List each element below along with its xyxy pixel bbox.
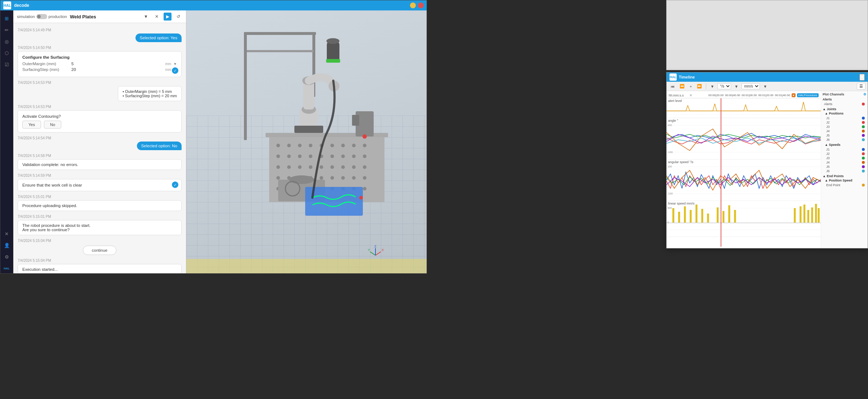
svg-point-31 [352, 165, 356, 169]
sidebar-icon-edit[interactable]: ✏ [2, 25, 12, 35]
tl-group-alerts: Alerts Alerts [823, 98, 866, 106]
svg-marker-97 [701, 209, 703, 223]
svg-point-17 [298, 154, 302, 158]
viewport-3d: X Y Z [186, 10, 427, 273]
tl-speed-down[interactable]: ▼ [708, 84, 716, 89]
reset-button[interactable]: ↺ [174, 13, 182, 21]
timestamp-1: 7/4/2024 5:14:49 PM [18, 28, 182, 32]
angle-label: angle ° [668, 119, 678, 122]
svg-point-20 [330, 154, 334, 158]
timeline-sidebar: Plot Channels ⚙ Alerts Alerts ▲ Joints ▲… [821, 91, 868, 248]
chat-messages[interactable]: 7/4/2024 5:14:49 PM Selected option: Yes… [13, 23, 186, 273]
no-button[interactable]: No [44, 121, 61, 129]
svg-marker-92 [672, 208, 674, 223]
surfacing-step-unit: mm [165, 68, 171, 72]
tl-unit-toggle[interactable]: ▼ [761, 84, 769, 89]
svg-text:Y: Y [368, 248, 370, 252]
svg-point-58 [326, 38, 339, 44]
svg-marker-107 [811, 207, 813, 223]
timeline-title: Timeline [679, 75, 857, 79]
sidebar-settings-icon[interactable]: ⚙ [863, 93, 866, 96]
svg-marker-101 [728, 205, 730, 223]
sidebar-icon-settings[interactable]: ⚙ [2, 252, 12, 262]
svg-text:-100: -100 [667, 192, 673, 195]
simulation-label: simulation [17, 14, 35, 19]
timestamp-5: 7/4/2024 5:14:54 PM [18, 136, 182, 140]
sidebar-icon-close[interactable]: ✕ [2, 229, 12, 239]
outer-margin-row: OuterMargin (mm) 5 mm ▼ [22, 62, 177, 66]
program-title: Weld Plates [70, 14, 139, 19]
joints-speeds: ▲ Speeds J1 J2 J3 J4 [823, 143, 866, 173]
sim-prod-toggle[interactable]: simulation production [17, 14, 67, 19]
top-right-panel [666, 0, 868, 70]
joints-positions: ▲ Positions J1 J2 J3 J4 [823, 112, 866, 142]
sidebar-icon-target[interactable]: ◎ [2, 36, 12, 46]
svg-point-40 [352, 176, 356, 180]
tl-speed-select[interactable]: °/s [717, 83, 731, 89]
chart-scroll[interactable]: alert level angle ° [667, 98, 821, 247]
tl-unit-select[interactable]: mm/s [742, 83, 760, 89]
minimize-button[interactable] [410, 3, 416, 8]
linear-speed-section: linear speed mm/s [667, 201, 821, 237]
yes-button[interactable]: Yes [22, 121, 41, 129]
timeline-hal-logo: HAL [669, 73, 677, 81]
tl-menu-button[interactable]: ☰ [857, 83, 865, 90]
close-button[interactable] [418, 3, 424, 8]
timeline-content: hh:mm:s.s 0 00:00|20.00 00:00|40.00 00:0… [667, 91, 868, 248]
close-x-button[interactable]: ✕ [153, 13, 161, 21]
sidebar-icon-grid[interactable]: ⊞ [2, 13, 12, 23]
message-selected-yes: Selected option: Yes [135, 33, 182, 42]
activate-contouring-card: Activate Contouring? Yes No [18, 110, 182, 133]
configure-surfacing-card: Configure the Surfacing OuterMargin (mm)… [18, 51, 182, 77]
toggle-pill[interactable] [36, 14, 47, 19]
alert-label: alert level [668, 99, 682, 103]
tl-add-button[interactable]: + [688, 84, 694, 89]
svg-text:100: 100 [667, 124, 672, 127]
sidebar-icon-check[interactable]: ☑ [2, 59, 12, 70]
continue-button[interactable]: continue [83, 246, 116, 255]
endpoint-dot [862, 184, 865, 187]
tl-rewind-button[interactable]: ⏮ [669, 84, 676, 89]
timeline-cursor [721, 98, 721, 247]
sidebar-icon-hex[interactable]: ⬡ [2, 48, 12, 58]
j1-dot [862, 117, 865, 120]
title-bar: HAL decode [0, 0, 427, 10]
j5-spd-dot [862, 165, 865, 168]
yes-no-row: Yes No [22, 121, 177, 129]
svg-marker-94 [684, 206, 686, 223]
time-m4: 00:01|20.00 [758, 94, 773, 97]
svg-point-37 [320, 176, 323, 180]
outer-margin-dropdown[interactable]: ▼ [173, 62, 177, 66]
joints-group-title: ▲ Joints [823, 107, 866, 111]
outer-margin-value: 5 [71, 62, 163, 66]
about-to-start-message: The robot procedure is about to start.Ar… [18, 220, 182, 235]
window-controls [410, 3, 424, 8]
svg-point-33 [276, 176, 280, 180]
timeline-window: HAL Timeline ✕ ⏮ ⏪ + ⏩ ▼ °/s ▼ mm/s ▼ ☰ … [666, 72, 868, 248]
svg-rect-51 [294, 126, 323, 133]
svg-marker-93 [678, 212, 680, 223]
tl-speed-up[interactable]: ▼ [733, 84, 740, 89]
dropdown-button[interactable]: ▼ [142, 13, 150, 21]
tl-item-endpoint: End Point [825, 183, 866, 187]
svg-point-9 [309, 144, 312, 147]
svg-marker-108 [815, 204, 817, 223]
timeline-close-button[interactable]: ✕ [859, 74, 865, 81]
sidebar-icon-user[interactable]: 👤 [2, 240, 12, 250]
svg-point-14 [363, 144, 366, 147]
production-label: production [49, 14, 67, 19]
tl-item-j5-pos: J5 [825, 133, 866, 138]
floor-indicator [186, 259, 427, 273]
endpoints-pos-speed: ▲ Position Speed End Point [823, 179, 866, 187]
tl-prev-button[interactable]: ⏪ [678, 83, 686, 89]
robot-viewport-svg [222, 21, 427, 230]
svg-point-39 [341, 176, 345, 180]
tl-next-button[interactable]: ⏩ [695, 83, 704, 89]
angular-speed-section: angular speed °/s 100 0 -100 [667, 160, 821, 201]
time-display: hh:mm:s.s [669, 94, 689, 97]
procedure-badge: HALProcedure [797, 93, 819, 97]
play-button[interactable]: ▶ [164, 13, 172, 21]
svg-point-29 [330, 165, 334, 169]
svg-marker-98 [707, 214, 709, 223]
svg-marker-103 [794, 208, 796, 223]
